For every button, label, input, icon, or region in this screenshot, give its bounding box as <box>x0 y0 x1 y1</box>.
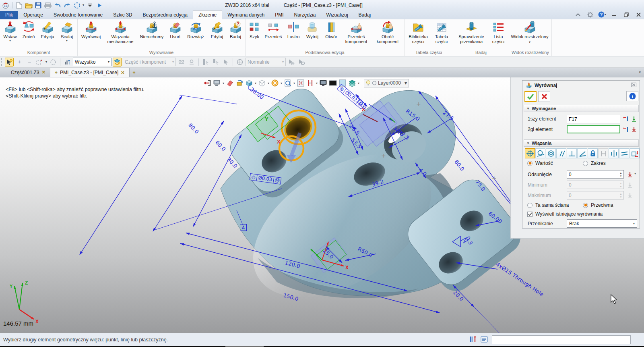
pick-filter-cursor-icon[interactable] <box>5 58 14 66</box>
biblioteka-czesci-button[interactable]: Biblioteka części <box>405 20 431 44</box>
pick-from-list-icon[interactable] <box>187 58 196 66</box>
dropdown-caret[interactable]: ▾ <box>66 39 68 42</box>
minimize-button[interactable] <box>610 11 618 18</box>
new-file-icon[interactable] <box>15 1 23 9</box>
show-existing-checkbox[interactable]: Wyświetl istniejące wyrównania <box>527 211 603 217</box>
dropdown-caret[interactable]: ▾ <box>405 80 407 86</box>
otwor-button[interactable]: Otwór <box>322 20 341 39</box>
wytnij-button[interactable]: Wytnij <box>303 20 322 39</box>
przenies-komponent-button[interactable]: Przenieś komponent <box>341 20 372 44</box>
close-tab-icon[interactable]: ✕ <box>42 70 45 75</box>
help-icon[interactable]: ?▾ <box>598 11 606 18</box>
open-file-icon[interactable] <box>25 1 33 9</box>
regen-box-icon[interactable] <box>235 79 244 87</box>
dialog-header[interactable]: Wyrównaj <box>522 81 640 90</box>
obroc-komponent-button[interactable]: Obróć komponent <box>372 20 403 44</box>
lista-czesci-button[interactable]: Lista części <box>489 20 508 44</box>
przenies-button[interactable]: Przenieś <box>262 20 284 39</box>
start-task-icon[interactable] <box>95 1 103 9</box>
pick-settings-icon[interactable] <box>297 58 306 66</box>
layers-icon[interactable] <box>348 79 357 87</box>
zmien-button[interactable]: Zmień <box>19 20 38 39</box>
section-view-icon[interactable] <box>306 79 315 87</box>
lustro-button[interactable]: Lustro <box>284 20 303 39</box>
tab-plik[interactable]: Plik <box>0 11 18 19</box>
customize-toolbar-icon[interactable] <box>86 1 94 9</box>
offset-spinner[interactable]: 0 ▲▼ <box>567 170 624 179</box>
tab-narzedzia[interactable]: Narzędzia <box>289 11 321 19</box>
display-monitor-icon[interactable] <box>319 79 328 87</box>
first-element-input[interactable] <box>567 115 620 123</box>
dropdown-caret[interactable]: ▾ <box>634 172 636 175</box>
exit-icon[interactable] <box>203 79 212 87</box>
pick-from-list-red-icon[interactable] <box>630 126 638 133</box>
restore-button[interactable] <box>622 11 630 18</box>
info-button[interactable]: i <box>626 91 638 101</box>
same-face-radio[interactable]: Ta sama ściana <box>527 202 569 208</box>
distance-constraint-icon[interactable] <box>598 148 608 158</box>
swap-entity-icon[interactable] <box>622 115 630 123</box>
maximum-spinner[interactable]: 0 ▲▼ <box>567 191 624 199</box>
background-swatch-black[interactable] <box>328 79 337 87</box>
tab-zlozenie[interactable]: Złożenie <box>193 10 222 19</box>
middle-constraint-icon[interactable] <box>609 148 619 158</box>
tab-bezposrednia-edycja[interactable]: Bezpośrednia edycja <box>137 11 192 19</box>
value-radio[interactable]: Wartość <box>527 160 553 166</box>
scalaj-button[interactable]: Scalaj▾ <box>57 20 76 42</box>
zoom-document-icon[interactable] <box>283 79 292 87</box>
panel-close-icon[interactable] <box>631 83 636 88</box>
opposite-radio[interactable]: Przeciwna <box>583 202 613 208</box>
pick-target-icon[interactable] <box>287 58 296 66</box>
range-radio[interactable]: Zakres <box>583 160 606 166</box>
tab-operacje[interactable]: Operacje <box>18 11 48 19</box>
tab-wymiana-danych[interactable]: Wymiana danych <box>222 11 270 19</box>
zoom-fit-icon[interactable] <box>296 79 305 87</box>
regen-dropdown-caret[interactable]: ▾ <box>83 4 84 7</box>
display-mode-combo[interactable]: Normalnie▾ <box>246 58 286 66</box>
section-wiazania[interactable]: ▼Wiązania <box>524 139 639 147</box>
szyk-button[interactable]: Szyk <box>246 20 262 39</box>
save-icon[interactable] <box>34 1 42 9</box>
new-doc-tab-button[interactable]: + <box>130 68 139 77</box>
tab-pmi[interactable]: PMI <box>270 11 289 19</box>
align-constraint-icon[interactable] <box>619 148 629 158</box>
pick-value-red-icon[interactable] <box>626 171 634 178</box>
tab-szkic-3d[interactable]: Szkic 3D <box>108 11 137 19</box>
pick-previous-icon[interactable] <box>211 58 220 66</box>
regen-icon[interactable] <box>73 1 81 9</box>
sprawdzenie-przenikania-button[interactable]: Sprawdzenie przenikania <box>454 20 489 44</box>
scope-combo[interactable]: Część i komponent▾ <box>123 58 176 66</box>
wireframe-view-icon[interactable] <box>258 79 266 87</box>
dropdown-caret[interactable]: ▾ <box>45 60 47 64</box>
nieruchomy-button[interactable]: Nieruchomy <box>137 20 166 39</box>
pick-last-icon[interactable] <box>177 58 186 66</box>
lasso-icon[interactable] <box>49 58 58 66</box>
status-tools-icon[interactable] <box>469 336 477 344</box>
angle-constraint-icon[interactable] <box>577 148 587 158</box>
pick-all-icon[interactable] <box>201 58 210 66</box>
layer-combo[interactable]: Layer0000 ▾ <box>364 79 409 87</box>
status-log-icon[interactable] <box>481 336 488 344</box>
filter-list-icon[interactable] <box>63 58 72 66</box>
usun-button[interactable]: Usuń <box>166 20 184 39</box>
minimum-spinner[interactable]: 0 ▲▼ <box>567 181 624 189</box>
frame-constraint-icon[interactable] <box>630 148 640 158</box>
swap-entity-icon[interactable] <box>622 126 630 133</box>
interference-dropdown[interactable]: Brak ▾ <box>567 219 637 228</box>
view-wheel-icon[interactable] <box>270 79 279 87</box>
app-logo-icon[interactable] <box>2 1 10 9</box>
datum-label[interactable]: A <box>240 224 247 231</box>
redo-icon[interactable] <box>63 1 71 9</box>
tab-swobodne-formowanie[interactable]: Swobodne formowanie <box>48 11 108 19</box>
wstaw-button[interactable]: Wstaw▾ <box>1 20 19 42</box>
status-input-field[interactable] <box>492 335 631 344</box>
filter-combo[interactable]: Wszystko▾ <box>73 58 111 66</box>
concentric-constraint-icon[interactable] <box>525 148 535 158</box>
tangent-constraint-icon[interactable] <box>535 148 545 158</box>
tab-badaj[interactable]: Badaj <box>353 11 376 19</box>
cursor-gray-icon[interactable] <box>221 58 230 66</box>
edytuj-button[interactable]: Edytuj <box>207 20 227 39</box>
iso-view-icon[interactable] <box>245 79 254 87</box>
coincident-constraint-icon[interactable] <box>546 148 556 158</box>
tabela-czesci-button[interactable]: Tabela części <box>431 20 452 44</box>
